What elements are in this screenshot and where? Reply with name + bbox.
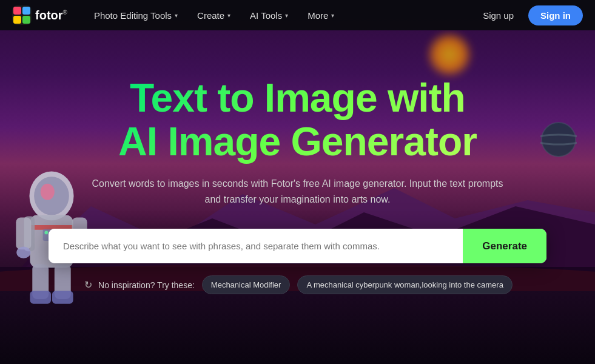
- logo[interactable]: fotor®: [12, 5, 67, 25]
- nav-item-more[interactable]: More ▾: [299, 5, 343, 25]
- signup-button[interactable]: Sign up: [476, 7, 521, 24]
- chevron-down-icon: ▾: [175, 12, 178, 19]
- svg-rect-26: [13, 7, 21, 15]
- nav-items: Photo Editing Tools ▾ Create ▾ AI Tools …: [86, 5, 476, 25]
- svg-rect-28: [13, 16, 21, 24]
- chevron-down-icon: ▾: [285, 12, 288, 19]
- hero-content: Text to Image with AI Image Generator Co…: [0, 30, 595, 364]
- navbar: fotor® Photo Editing Tools ▾ Create ▾ AI…: [0, 0, 595, 30]
- chevron-down-icon: ▾: [331, 12, 334, 19]
- nav-auth: Sign up Sign in: [476, 5, 583, 25]
- inspiration-row: ↻ No inspiration? Try these: Mechanical …: [82, 275, 513, 294]
- nav-item-ai-tools[interactable]: AI Tools ▾: [241, 5, 297, 25]
- prompt-input[interactable]: [49, 229, 463, 263]
- hero-title: Text to Image with AI Image Generator: [118, 76, 477, 164]
- svg-rect-27: [22, 7, 30, 15]
- generate-button[interactable]: Generate: [463, 229, 546, 263]
- suggestion-chip-0[interactable]: Mechanical Modifier: [202, 275, 291, 294]
- prompt-search-bar: Generate: [49, 229, 546, 263]
- inspiration-label: ↻ No inspiration? Try these:: [82, 280, 195, 291]
- nav-item-photo-editing[interactable]: Photo Editing Tools ▾: [86, 5, 186, 25]
- logo-text: fotor®: [35, 8, 67, 22]
- hero-subtitle: Convert words to images in seconds with …: [92, 176, 504, 207]
- svg-rect-29: [22, 16, 30, 24]
- nav-item-create[interactable]: Create ▾: [189, 5, 239, 25]
- signin-button[interactable]: Sign in: [528, 5, 583, 25]
- refresh-icon[interactable]: ↻: [82, 280, 93, 291]
- suggestion-chip-1[interactable]: A mechanical cyberpunk woman,looking int…: [297, 275, 512, 294]
- chevron-down-icon: ▾: [227, 12, 230, 19]
- logo-icon: [12, 5, 32, 25]
